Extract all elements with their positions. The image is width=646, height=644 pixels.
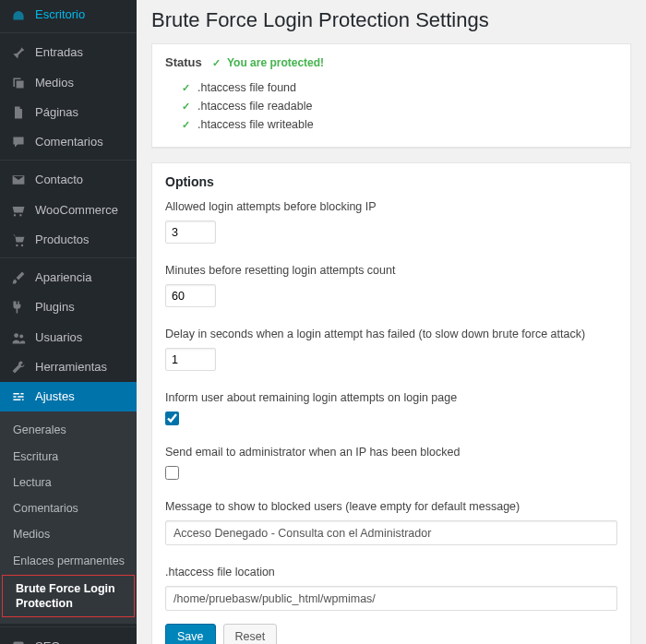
wrench-icon [9,360,28,375]
htaccess-location-input[interactable] [165,586,617,611]
allowed-attempts-label: Allowed login attempts before blocking I… [165,200,617,213]
blocked-message-label: Message to show to blocked users (leave … [165,500,617,513]
pin-icon [9,45,28,60]
plug-icon [9,300,28,315]
content-area: Brute Force Login Protection Settings St… [137,0,646,644]
sidebar-item-label: Apariencia [35,270,91,285]
sidebar-item-comments[interactable]: Comentarios [0,127,137,157]
button-row: Save Reset [165,624,617,644]
options-panel: Options Allowed login attempts before bl… [151,162,631,644]
submenu-item-general[interactable]: Generales [0,417,137,443]
dashboard-icon [9,7,28,22]
sidebar-item-dashboard[interactable]: Escritorio [0,0,137,30]
submenu-item-media[interactable]: Medios [0,521,137,547]
status-panel: Status ✓ You are protected! .htaccess fi… [151,43,631,148]
sidebar-item-label: Productos [35,233,90,247]
delay-seconds-label: Delay in seconds when a login attempt ha… [165,328,617,340]
sidebar-item-seo[interactable]: SEO [0,632,137,644]
sidebar-item-label: Plugins [35,300,75,315]
delay-seconds-input[interactable] [165,348,216,371]
svg-point-0 [14,333,18,338]
sidebar-item-posts[interactable]: Entradas [0,38,137,67]
submenu-item-permalinks[interactable]: Enlaces permanentes [0,548,137,574]
reset-minutes-label: Minutes before resetting login attempts … [165,264,617,277]
page-title: Brute Force Login Protection Settings [151,8,631,32]
submenu-item-brute-force[interactable]: Brute Force Login Protection [3,576,134,617]
check-icon: ✓ [212,57,221,68]
sidebar-item-woocommerce[interactable]: WooCommerce [0,196,137,225]
options-heading: Options [165,174,617,189]
sidebar-item-label: Ajustes [35,389,75,404]
status-check-item: .htaccess file writeable [182,115,617,134]
status-check-item: .htaccess file found [182,78,617,97]
reset-button[interactable]: Reset [223,624,278,644]
reset-minutes-input[interactable] [165,284,216,307]
status-label: Status [165,55,202,69]
sidebar-item-label: Medios [35,76,74,90]
settings-submenu: Generales Escritura Lectura Comentarios … [0,411,137,624]
media-icon [9,76,28,90]
sidebar-item-contact[interactable]: Contacto [0,165,137,195]
sidebar-item-label: Contacto [35,173,83,187]
page-icon [9,105,28,120]
sidebar-item-label: Usuarios [35,330,82,345]
status-line: Status ✓ You are protected! [165,55,617,69]
sidebar-item-media[interactable]: Medios [0,68,137,98]
save-button[interactable]: Save [165,624,216,644]
brush-icon [9,270,28,285]
sidebar-item-label: Páginas [35,105,78,120]
inform-user-label: Inform user about remaining login attemp… [165,391,617,404]
submenu-item-reading[interactable]: Lectura [0,470,137,495]
comment-icon [9,135,28,149]
submenu-item-discussion[interactable]: Comentarios [0,495,137,521]
mail-icon [9,173,28,187]
sidebar-item-tools[interactable]: Herramientas [0,352,137,382]
seo-icon [9,639,28,644]
sidebar-item-pages[interactable]: Páginas [0,98,137,127]
sidebar-item-users[interactable]: Usuarios [0,323,137,352]
users-icon [9,330,28,345]
email-admin-checkbox[interactable] [165,466,179,480]
svg-point-1 [19,334,23,338]
sidebar-item-plugins[interactable]: Plugins [0,292,137,322]
inform-user-checkbox[interactable] [165,411,179,425]
admin-sidebar: Escritorio Entradas Medios Páginas Comen… [0,0,137,644]
submenu-item-writing[interactable]: Escritura [0,444,137,470]
sidebar-item-label: Comentarios [35,135,103,149]
sidebar-item-label: Entradas [35,45,83,60]
email-admin-label: Send email to administrator when an IP h… [165,446,617,459]
blocked-message-input[interactable] [165,520,617,545]
woocommerce-icon [9,203,28,218]
status-text: You are protected! [227,56,324,69]
sidebar-item-settings[interactable]: Ajustes [0,382,137,411]
sidebar-item-label: Herramientas [35,360,107,375]
status-check-item: .htaccess file readable [182,97,617,115]
sidebar-item-label: WooCommerce [35,203,118,218]
htaccess-location-label: .htaccess file location [165,566,617,578]
allowed-attempts-input[interactable] [165,221,216,244]
sliders-icon [9,389,28,404]
status-checks: .htaccess file found .htaccess file read… [182,78,617,134]
sidebar-item-products[interactable]: Productos [0,225,137,255]
sidebar-item-label: SEO [35,639,60,644]
cart-icon [9,233,28,247]
sidebar-item-appearance[interactable]: Apariencia [0,263,137,292]
highlight-box: Brute Force Login Protection [2,575,135,618]
sidebar-item-label: Escritorio [35,7,85,22]
